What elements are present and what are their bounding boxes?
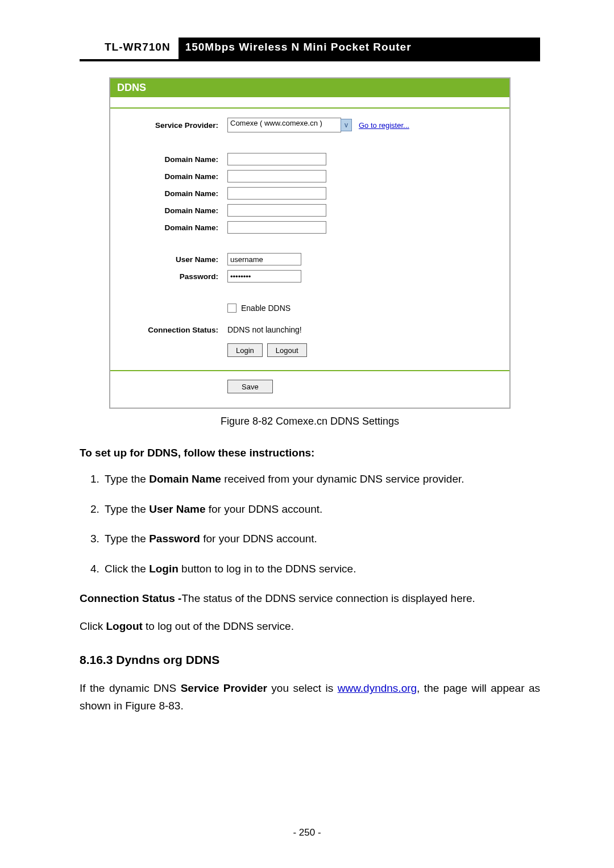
dyndns-link[interactable]: www.dyndns.org xyxy=(338,682,417,694)
domain-name-input-3[interactable] xyxy=(227,187,326,200)
domain-name-input-5[interactable] xyxy=(227,221,326,234)
ddns-settings-figure: DDNS Service Provider: Comexe ( www.come… xyxy=(109,77,511,409)
username-label: User Name: xyxy=(122,255,227,264)
domain-name-label-3: Domain Name: xyxy=(122,189,227,198)
username-input[interactable] xyxy=(227,253,301,265)
connection-status-label: Connection Status: xyxy=(122,326,227,334)
domain-name-input-1[interactable] xyxy=(227,153,326,165)
list-item: Type the Domain Name received from your … xyxy=(102,471,540,488)
page-number: - 250 - xyxy=(0,827,614,838)
domain-name-input-2[interactable] xyxy=(227,170,326,182)
panel-title: DDNS xyxy=(110,78,509,97)
go-to-register-link[interactable]: Go to register... xyxy=(359,121,409,130)
save-button[interactable]: Save xyxy=(227,380,273,393)
login-button[interactable]: Login xyxy=(227,343,263,357)
password-label: Password: xyxy=(122,272,227,281)
domain-name-label-5: Domain Name: xyxy=(122,223,227,232)
product-desc: 150Mbps Wireless N Mini Pocket Router xyxy=(179,38,540,59)
list-item: Type the User Name for your DDNS account… xyxy=(102,501,540,518)
domain-name-input-4[interactable] xyxy=(227,204,326,217)
domain-name-label-1: Domain Name: xyxy=(122,155,227,164)
model-number: TL-WR710N xyxy=(80,38,179,59)
list-item: Type the Password for your DDNS account. xyxy=(102,530,540,547)
service-provider-label: Service Provider: xyxy=(122,121,227,130)
enable-ddns-checkbox[interactable] xyxy=(227,304,237,313)
chevron-down-icon[interactable]: v xyxy=(341,119,352,131)
logout-button[interactable]: Logout xyxy=(267,343,307,357)
instructions-heading: To set up for DDNS, follow these instruc… xyxy=(80,445,540,462)
domain-name-label-2: Domain Name: xyxy=(122,172,227,181)
enable-ddns-label: Enable DDNS xyxy=(241,304,291,313)
list-item: Click the Login button to log in to the … xyxy=(102,560,540,578)
figure-caption: Figure 8-82 Comexe.cn DDNS Settings xyxy=(80,416,540,427)
doc-header: TL-WR710N 150Mbps Wireless N Mini Pocket… xyxy=(80,38,540,61)
connection-status-value: DDNS not launching! xyxy=(227,325,302,334)
password-input[interactable] xyxy=(227,270,301,283)
service-provider-select[interactable]: Comexe ( www.comexe.cn ) xyxy=(227,118,341,132)
domain-name-label-4: Domain Name: xyxy=(122,206,227,215)
dyndns-paragraph: If the dynamic DNS Service Provider you … xyxy=(80,680,540,715)
instruction-list: Type the Domain Name received from your … xyxy=(80,471,540,578)
section-heading: 8.16.3 Dyndns org DDNS xyxy=(80,650,540,670)
logout-paragraph: Click Logout to log out of the DDNS serv… xyxy=(80,618,540,635)
connection-status-paragraph: Connection Status -The status of the DDN… xyxy=(80,590,540,607)
